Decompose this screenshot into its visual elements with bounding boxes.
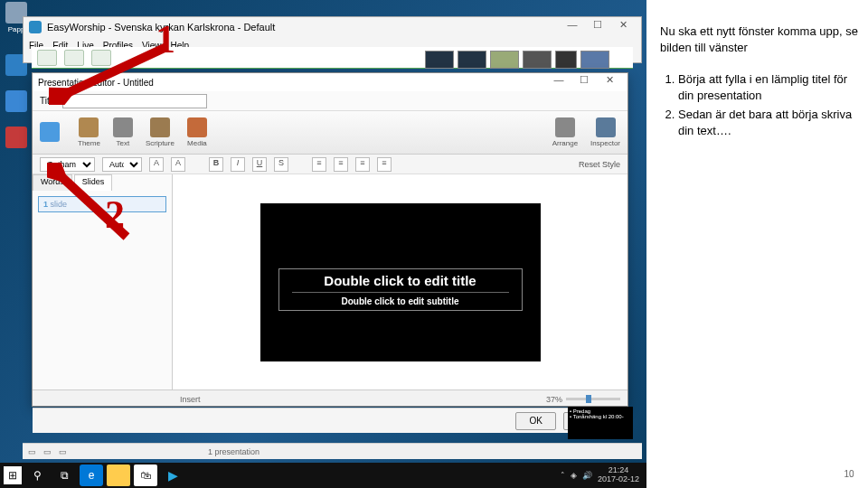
slide-label: slide — [51, 200, 68, 209]
size-select[interactable]: Auto — [102, 157, 142, 172]
layout-icon-2[interactable]: ▭ — [43, 447, 52, 456]
editor-sidebar: Words Slides 1 slide — [33, 174, 173, 389]
clock-date: 2017-02-12 — [598, 475, 639, 484]
taskbar-clock[interactable]: 21:24 2017-02-12 — [598, 466, 639, 484]
toolbar-button-2[interactable] — [64, 50, 84, 66]
font-decrease-button[interactable]: A — [149, 157, 164, 172]
instruction-panel: Nu ska ett nytt fönster komma upp, se bi… — [651, 0, 868, 488]
title-input[interactable] — [62, 94, 207, 108]
instruction-item-1: Börja att fylla i en lämplig titel för d… — [678, 71, 859, 103]
inspector-label: Inspector — [590, 139, 620, 147]
explorer-icon[interactable] — [107, 465, 130, 486]
align-left-button[interactable]: ≡ — [312, 157, 326, 172]
search-icon[interactable]: ⚲ — [25, 465, 49, 486]
slide-subtitle-placeholder: Double click to edit subtitle — [283, 296, 518, 306]
slide-number: 1 — [43, 200, 48, 209]
media-app-icon[interactable]: ▶ — [161, 465, 184, 486]
slide-canvas[interactable]: Double click to edit title Double click … — [260, 203, 541, 361]
editor-canvas-area: Double click to edit title Double click … — [173, 174, 627, 389]
toolbar-button-1[interactable] — [37, 50, 57, 66]
save-button[interactable] — [40, 122, 60, 144]
desktop-shortcut-2[interactable] — [4, 90, 29, 114]
store-icon[interactable]: 🛍 — [134, 465, 157, 486]
preview-thumb-3[interactable] — [490, 51, 519, 69]
preview-thumbnails — [425, 51, 609, 69]
presentation-count: 1 presentation — [208, 447, 259, 456]
desktop-shortcut-3[interactable] — [4, 127, 29, 150]
editor-window-title: Presentation Editor - Untitled — [38, 78, 154, 88]
preview-thumb-2[interactable] — [458, 51, 486, 69]
preview-line-2: • Tonårshäng kl 20:00- — [570, 414, 631, 419]
tray-volume-icon[interactable]: 🔊 — [582, 471, 592, 480]
layout-icon-1[interactable]: ▭ — [28, 447, 36, 456]
preview-thumb-4[interactable] — [523, 51, 552, 69]
tray-chevron-icon[interactable]: ˄ — [561, 471, 565, 480]
align-right-button[interactable]: ≡ — [355, 157, 370, 172]
edge-icon[interactable]: e — [80, 465, 103, 486]
inspector-button[interactable]: Inspector — [590, 117, 620, 147]
tab-words[interactable]: Words — [33, 174, 72, 191]
preview-thumb-6[interactable] — [580, 51, 609, 69]
schedule-preview-thumb[interactable]: • Predag • Tonårshäng kl 20:00- — [568, 407, 633, 439]
title-field-label: Title — [40, 96, 57, 106]
text-button[interactable]: Text — [113, 117, 133, 147]
close-button[interactable]: ✕ — [610, 19, 636, 35]
arrange-label: Arrange — [552, 139, 578, 147]
easyworship-app-icon — [29, 21, 42, 33]
ok-button[interactable]: OK — [515, 412, 555, 430]
scripture-button[interactable]: Scripture — [146, 117, 175, 147]
editor-button-bar: OK Cancel — [33, 408, 627, 433]
editor-close-button[interactable]: ✕ — [597, 74, 622, 90]
annotation-number-2: 2 — [105, 192, 125, 238]
italic-button[interactable]: I — [231, 157, 245, 172]
slide-title-box[interactable]: Double click to edit title Double click … — [278, 268, 523, 311]
tab-slides[interactable]: Slides — [74, 174, 113, 191]
scripture-label: Scripture — [146, 139, 175, 147]
format-toolbar: Gotham Auto A A B I U S ≡ ≡ ≡ ≡ Reset St… — [33, 155, 627, 174]
media-button[interactable]: Media — [187, 117, 207, 147]
zoom-value: 37% — [546, 395, 562, 404]
align-center-button[interactable]: ≡ — [334, 157, 348, 172]
instruction-lead: Nu ska ett nytt fönster komma upp, se bi… — [660, 23, 859, 55]
main-status-bar: ▭ ▭ ▭ 1 presentation — [23, 443, 642, 459]
slide-title-placeholder: Double click to edit title — [283, 273, 518, 288]
toolbar-button-3[interactable] — [91, 50, 111, 66]
editor-status-bar: Insert 37% — [33, 389, 627, 408]
annotation-number-1: 1 — [156, 16, 175, 62]
slide-list-item[interactable]: 1 slide — [38, 196, 166, 212]
media-label: Media — [187, 139, 207, 147]
preview-thumb-5[interactable] — [555, 51, 577, 69]
editor-minimize-button[interactable]: — — [546, 74, 571, 90]
taskview-icon[interactable]: ⧉ — [52, 465, 76, 486]
editor-ribbon: Theme Text Scripture Media Arrange Inspe… — [33, 111, 627, 155]
font-select[interactable]: Gotham — [40, 157, 95, 172]
windows-taskbar: ⊞ ⚲ ⧉ e 🛍 ▶ ˄ ◈ 🔊 21:24 2017-02-12 — [0, 463, 646, 488]
strike-button[interactable]: S — [274, 157, 288, 172]
editor-maximize-button[interactable]: ☐ — [571, 74, 597, 90]
bold-button[interactable]: B — [209, 157, 223, 172]
page-indicator: 10 — [841, 466, 857, 483]
text-label: Text — [113, 139, 133, 147]
presentation-editor-window: Presentation Editor - Untitled — ☐ ✕ Tit… — [32, 72, 628, 407]
layout-icon-3[interactable]: ▭ — [59, 447, 67, 456]
insert-mode-label: Insert — [180, 395, 201, 404]
reset-style-button[interactable]: Reset Style — [579, 160, 620, 169]
font-increase-button[interactable]: A — [171, 157, 185, 172]
theme-label: Theme — [78, 139, 100, 147]
maximize-button[interactable]: ☐ — [585, 19, 610, 35]
arrange-button[interactable]: Arrange — [552, 117, 578, 147]
instruction-item-2: Sedan är det bara att börja skriva din t… — [678, 107, 859, 138]
instruction-list: Börja att fylla i en lämplig titel för d… — [660, 71, 859, 138]
zoom-slider[interactable] — [566, 398, 620, 400]
start-button[interactable]: ⊞ — [4, 466, 22, 484]
tray-network-icon[interactable]: ◈ — [571, 471, 577, 480]
minimize-button[interactable]: — — [560, 19, 585, 35]
preview-thumb-1[interactable] — [425, 51, 454, 69]
system-tray[interactable]: ˄ ◈ 🔊 21:24 2017-02-12 — [561, 466, 646, 484]
theme-button[interactable]: Theme — [78, 117, 100, 147]
underline-button[interactable]: U — [252, 157, 267, 172]
align-justify-button[interactable]: ≡ — [377, 157, 392, 172]
